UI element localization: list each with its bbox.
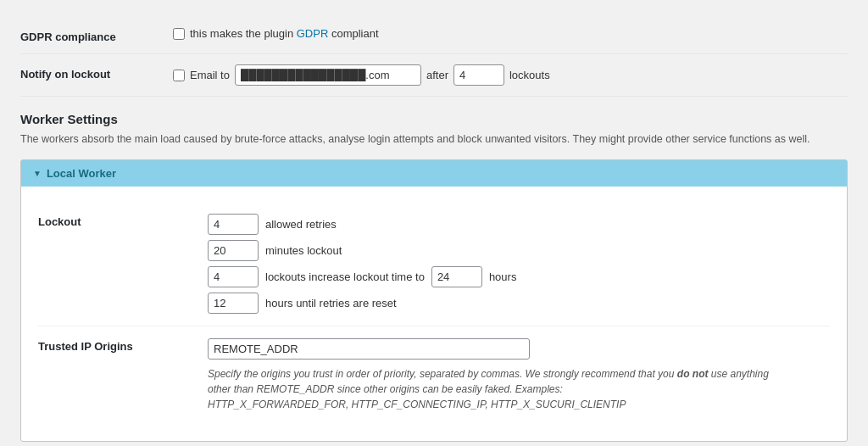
trusted-ip-label: Trusted IP Origins	[38, 338, 208, 353]
notify-row: Notify on lockout Email to after lockout…	[20, 54, 848, 97]
lockout-retries-line: allowed retries	[208, 214, 830, 235]
local-worker-body: Lockout allowed retries minutes lockout …	[21, 187, 847, 441]
gdpr-description: this makes the plugin GDPR compliant	[190, 27, 379, 40]
lockout-reset-line: hours until retries are reset	[208, 293, 830, 314]
increase-input[interactable]	[208, 266, 259, 287]
lockout-label: Lockout	[38, 214, 208, 228]
hours-value-input[interactable]	[431, 266, 482, 287]
email-to-label: Email to	[190, 69, 230, 81]
gdpr-checkbox[interactable]	[173, 28, 185, 40]
local-worker-title: Local Worker	[47, 167, 116, 180]
local-worker-header[interactable]: ▼ Local Worker	[21, 160, 847, 187]
lockout-increase-line: lockouts increase lockout time to hours	[208, 266, 830, 287]
gdpr-link[interactable]: GDPR	[297, 27, 329, 40]
reset-input[interactable]	[208, 293, 259, 314]
collapse-icon: ▼	[33, 169, 42, 178]
minutes-input[interactable]	[208, 240, 259, 261]
gdpr-label: GDPR compliance	[20, 27, 173, 43]
trusted-ip-content: Specify the origins you trust in order o…	[208, 338, 830, 412]
hours-label: hours	[489, 270, 517, 283]
increase-label: lockouts increase lockout time to	[265, 270, 425, 283]
lockout-row: Lockout allowed retries minutes lockout …	[38, 202, 830, 326]
trusted-ip-description: Specify the origins you trust in order o…	[208, 366, 784, 412]
do-not-text: do not	[677, 368, 711, 380]
local-worker-panel: ▼ Local Worker Lockout allowed retries m…	[20, 159, 848, 442]
retries-label: allowed retries	[265, 218, 337, 231]
trusted-ip-row: Trusted IP Origins Specify the origins y…	[38, 326, 830, 424]
gdpr-checkbox-wrapper: this makes the plugin GDPR compliant	[173, 27, 379, 40]
after-label: after	[426, 69, 448, 81]
notify-checkbox[interactable]	[173, 70, 185, 81]
retries-input[interactable]	[208, 214, 259, 235]
gdpr-content: this makes the plugin GDPR compliant	[173, 27, 848, 40]
notify-content: Email to after lockouts	[173, 64, 848, 86]
lockouts-label: lockouts	[509, 69, 550, 81]
reset-label: hours until retries are reset	[265, 297, 397, 309]
minutes-label: minutes lockout	[265, 244, 342, 257]
notify-label: Notify on lockout	[20, 64, 173, 81]
lockout-minutes-line: minutes lockout	[208, 240, 830, 261]
lockout-content: allowed retries minutes lockout lockouts…	[208, 214, 830, 314]
trusted-ip-input[interactable]	[208, 338, 530, 360]
gdpr-row: GDPR compliance this makes the plugin GD…	[20, 17, 848, 54]
worker-settings-title: Worker Settings	[20, 112, 848, 126]
notify-email-input[interactable]	[235, 64, 421, 86]
worker-settings-description: The workers absorb the main load caused …	[20, 131, 848, 148]
notify-lockouts-input[interactable]	[453, 64, 504, 86]
